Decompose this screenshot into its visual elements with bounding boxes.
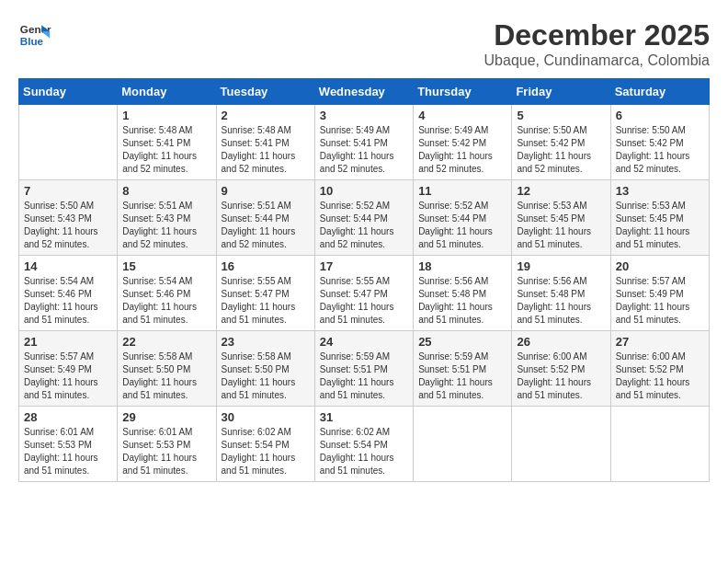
logo: General Blue	[18, 18, 51, 52]
day-info: Sunrise: 6:00 AM Sunset: 5:52 PM Dayligh…	[517, 350, 605, 402]
day-info: Sunrise: 5:49 AM Sunset: 5:41 PM Dayligh…	[320, 124, 408, 176]
day-number: 7	[24, 184, 112, 198]
day-info: Sunrise: 5:58 AM Sunset: 5:50 PM Dayligh…	[122, 350, 210, 402]
day-number: 25	[418, 335, 506, 349]
day-number: 11	[418, 184, 506, 198]
day-number: 28	[24, 410, 112, 424]
day-info: Sunrise: 5:50 AM Sunset: 5:43 PM Dayligh…	[24, 200, 112, 251]
calendar-cell: 21Sunrise: 5:57 AM Sunset: 5:49 PM Dayli…	[19, 331, 118, 407]
day-number: 31	[320, 410, 408, 424]
day-number: 6	[616, 109, 704, 122]
calendar-cell: 9Sunrise: 5:51 AM Sunset: 5:44 PM Daylig…	[216, 180, 314, 256]
day-number: 4	[418, 109, 506, 122]
day-info: Sunrise: 6:02 AM Sunset: 5:54 PM Dayligh…	[222, 426, 310, 477]
day-number: 17	[320, 259, 408, 273]
main-title: December 2025	[484, 18, 710, 52]
calendar-cell: 12Sunrise: 5:53 AM Sunset: 5:45 PM Dayli…	[512, 180, 610, 256]
calendar-cell: 7Sunrise: 5:50 AM Sunset: 5:43 PM Daylig…	[19, 180, 118, 256]
calendar-cell: 24Sunrise: 5:59 AM Sunset: 5:51 PM Dayli…	[314, 331, 413, 407]
day-number: 2	[222, 109, 310, 122]
day-info: Sunrise: 5:54 AM Sunset: 5:46 PM Dayligh…	[122, 275, 210, 327]
week-row-2: 7Sunrise: 5:50 AM Sunset: 5:43 PM Daylig…	[19, 180, 710, 256]
calendar-cell	[512, 407, 610, 482]
subtitle: Ubaque, Cundinamarca, Colombia	[484, 52, 710, 69]
day-info: Sunrise: 5:51 AM Sunset: 5:43 PM Dayligh…	[122, 200, 210, 251]
calendar-cell: 20Sunrise: 5:57 AM Sunset: 5:49 PM Dayli…	[610, 256, 709, 331]
calendar-cell: 1Sunrise: 5:48 AM Sunset: 5:41 PM Daylig…	[118, 105, 216, 180]
day-info: Sunrise: 5:55 AM Sunset: 5:47 PM Dayligh…	[222, 275, 310, 327]
day-info: Sunrise: 5:57 AM Sunset: 5:49 PM Dayligh…	[616, 275, 704, 327]
calendar-cell: 4Sunrise: 5:49 AM Sunset: 5:42 PM Daylig…	[414, 105, 512, 180]
day-number: 21	[24, 335, 112, 349]
calendar-cell: 27Sunrise: 6:00 AM Sunset: 5:52 PM Dayli…	[610, 331, 709, 407]
calendar-cell: 6Sunrise: 5:50 AM Sunset: 5:42 PM Daylig…	[610, 105, 709, 180]
calendar-cell: 31Sunrise: 6:02 AM Sunset: 5:54 PM Dayli…	[314, 407, 413, 482]
day-number: 30	[222, 410, 310, 424]
calendar-cell: 19Sunrise: 5:56 AM Sunset: 5:48 PM Dayli…	[512, 256, 610, 331]
header-cell-thursday: Thursday	[414, 79, 512, 105]
day-number: 22	[122, 335, 210, 349]
day-info: Sunrise: 5:52 AM Sunset: 5:44 PM Dayligh…	[320, 200, 408, 251]
day-number: 18	[418, 259, 506, 273]
day-info: Sunrise: 6:00 AM Sunset: 5:52 PM Dayligh…	[616, 350, 704, 402]
day-info: Sunrise: 5:55 AM Sunset: 5:47 PM Dayligh…	[320, 275, 408, 327]
header-row: SundayMondayTuesdayWednesdayThursdayFrid…	[19, 79, 710, 105]
week-row-4: 21Sunrise: 5:57 AM Sunset: 5:49 PM Dayli…	[19, 331, 710, 407]
calendar-cell: 16Sunrise: 5:55 AM Sunset: 5:47 PM Dayli…	[216, 256, 314, 331]
calendar-cell: 2Sunrise: 5:48 AM Sunset: 5:41 PM Daylig…	[216, 105, 314, 180]
header-cell-sunday: Sunday	[19, 79, 118, 105]
day-number: 16	[222, 259, 310, 273]
calendar-cell	[414, 407, 512, 482]
day-number: 24	[320, 335, 408, 349]
day-info: Sunrise: 5:58 AM Sunset: 5:50 PM Dayligh…	[222, 350, 310, 402]
calendar-cell: 13Sunrise: 5:53 AM Sunset: 5:45 PM Dayli…	[610, 180, 709, 256]
day-info: Sunrise: 6:01 AM Sunset: 5:53 PM Dayligh…	[122, 426, 210, 477]
calendar-cell: 15Sunrise: 5:54 AM Sunset: 5:46 PM Dayli…	[118, 256, 216, 331]
calendar-header: SundayMondayTuesdayWednesdayThursdayFrid…	[19, 79, 710, 105]
calendar-cell: 18Sunrise: 5:56 AM Sunset: 5:48 PM Dayli…	[414, 256, 512, 331]
day-info: Sunrise: 5:50 AM Sunset: 5:42 PM Dayligh…	[517, 124, 605, 176]
calendar-cell: 3Sunrise: 5:49 AM Sunset: 5:41 PM Daylig…	[314, 105, 413, 180]
calendar-cell	[610, 407, 709, 482]
calendar-cell: 29Sunrise: 6:01 AM Sunset: 5:53 PM Dayli…	[118, 407, 216, 482]
day-info: Sunrise: 5:48 AM Sunset: 5:41 PM Dayligh…	[222, 124, 310, 176]
day-number: 13	[616, 184, 704, 198]
day-info: Sunrise: 5:59 AM Sunset: 5:51 PM Dayligh…	[320, 350, 408, 402]
header-cell-wednesday: Wednesday	[314, 79, 413, 105]
calendar-cell: 23Sunrise: 5:58 AM Sunset: 5:50 PM Dayli…	[216, 331, 314, 407]
day-number: 12	[517, 184, 605, 198]
day-number: 15	[122, 259, 210, 273]
day-number: 20	[616, 259, 704, 273]
calendar-cell: 10Sunrise: 5:52 AM Sunset: 5:44 PM Dayli…	[314, 180, 413, 256]
day-info: Sunrise: 5:54 AM Sunset: 5:46 PM Dayligh…	[24, 275, 112, 327]
calendar-cell: 26Sunrise: 6:00 AM Sunset: 5:52 PM Dayli…	[512, 331, 610, 407]
calendar-body: 1Sunrise: 5:48 AM Sunset: 5:41 PM Daylig…	[19, 105, 710, 482]
day-number: 10	[320, 184, 408, 198]
title-block: December 2025 Ubaque, Cundinamarca, Colo…	[484, 18, 710, 69]
calendar-cell: 30Sunrise: 6:02 AM Sunset: 5:54 PM Dayli…	[216, 407, 314, 482]
header-cell-monday: Monday	[118, 79, 216, 105]
day-info: Sunrise: 5:56 AM Sunset: 5:48 PM Dayligh…	[418, 275, 506, 327]
calendar-cell: 22Sunrise: 5:58 AM Sunset: 5:50 PM Dayli…	[118, 331, 216, 407]
calendar-cell: 5Sunrise: 5:50 AM Sunset: 5:42 PM Daylig…	[512, 105, 610, 180]
calendar-table: SundayMondayTuesdayWednesdayThursdayFrid…	[18, 78, 710, 482]
calendar-cell: 11Sunrise: 5:52 AM Sunset: 5:44 PM Dayli…	[414, 180, 512, 256]
page-header: General Blue December 2025 Ubaque, Cundi…	[18, 18, 710, 69]
svg-text:Blue: Blue	[20, 35, 44, 47]
day-number: 29	[122, 410, 210, 424]
calendar-cell: 25Sunrise: 5:59 AM Sunset: 5:51 PM Dayli…	[414, 331, 512, 407]
day-info: Sunrise: 5:49 AM Sunset: 5:42 PM Dayligh…	[418, 124, 506, 176]
week-row-1: 1Sunrise: 5:48 AM Sunset: 5:41 PM Daylig…	[19, 105, 710, 180]
calendar-cell: 17Sunrise: 5:55 AM Sunset: 5:47 PM Dayli…	[314, 256, 413, 331]
header-cell-tuesday: Tuesday	[216, 79, 314, 105]
logo-icon: General Blue	[18, 18, 51, 52]
calendar-cell: 14Sunrise: 5:54 AM Sunset: 5:46 PM Dayli…	[19, 256, 118, 331]
day-number: 23	[222, 335, 310, 349]
day-number: 26	[517, 335, 605, 349]
day-info: Sunrise: 5:53 AM Sunset: 5:45 PM Dayligh…	[616, 200, 704, 251]
day-info: Sunrise: 5:48 AM Sunset: 5:41 PM Dayligh…	[122, 124, 210, 176]
day-info: Sunrise: 5:56 AM Sunset: 5:48 PM Dayligh…	[517, 275, 605, 327]
day-number: 3	[320, 109, 408, 122]
day-number: 5	[517, 109, 605, 122]
day-info: Sunrise: 6:02 AM Sunset: 5:54 PM Dayligh…	[320, 426, 408, 477]
